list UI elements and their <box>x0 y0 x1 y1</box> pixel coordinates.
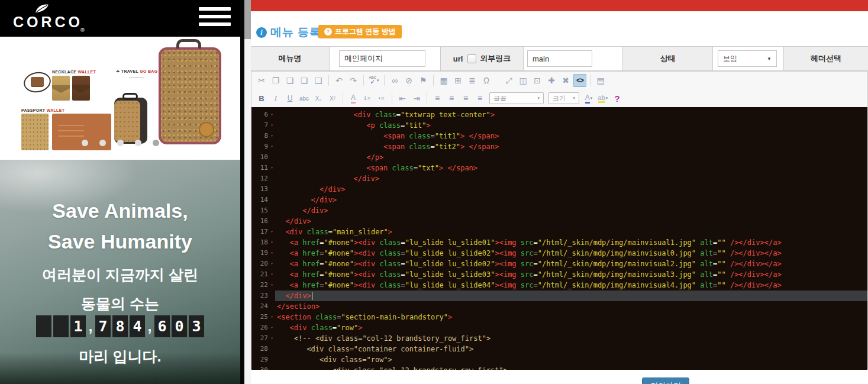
align-center-icon[interactable]: ≡ <box>445 92 458 105</box>
horizontal-rule-icon[interactable]: ≣ <box>466 74 479 87</box>
code-line[interactable]: 30<div class="col-12 brandstory_row_firs… <box>251 365 867 370</box>
code-line[interactable]: 12</div> <box>251 173 867 184</box>
fold-arrow-icon[interactable]: ▾ <box>269 141 275 152</box>
help-icon[interactable]: ? <box>611 92 624 105</box>
fold-arrow-icon[interactable]: ▾ <box>269 163 275 173</box>
fold-arrow-icon[interactable]: ▾ <box>269 312 275 322</box>
underline-icon[interactable]: U <box>283 92 296 105</box>
code-line[interactable]: 23</div> <box>251 291 867 301</box>
fold-arrow-icon[interactable]: ▾ <box>269 248 275 259</box>
brand-logo[interactable]: CORCO® <box>13 2 90 30</box>
code-line[interactable]: 18▾<a href="#none"><div class="lu_slide … <box>251 237 867 248</box>
spell-suggest-remove-icon[interactable]: ✖ <box>559 74 572 87</box>
print-icon[interactable]: ▤ <box>594 74 607 87</box>
code-line[interactable]: 13</div> <box>251 184 867 195</box>
code-line[interactable]: 27▾<!-- <div class="col-12 brandstory_ro… <box>251 333 867 344</box>
link-icon[interactable]: ∞ <box>388 74 401 87</box>
align-justify-icon[interactable]: ≡ <box>473 92 486 105</box>
slider-dot[interactable] <box>99 140 106 146</box>
numbered-list-icon[interactable]: 1≡ <box>361 92 374 105</box>
redo-icon[interactable]: ↷ <box>347 74 360 87</box>
code-line[interactable]: 9▾<span class="tit2"> </span> <box>251 141 867 152</box>
select-all-icon[interactable]: ⊡ <box>531 74 544 87</box>
external-link-checkbox[interactable] <box>467 54 476 63</box>
source-code-area[interactable]: 6▾<div class="txtwrap text-center">7▾<p … <box>251 107 867 370</box>
menu-name-input[interactable] <box>339 50 425 67</box>
code-text: <a href="#none"><div class="lu_slide lu_… <box>275 259 867 269</box>
image-icon[interactable]: ▦ <box>437 74 450 87</box>
fold-arrow-icon[interactable]: ▾ <box>269 259 275 269</box>
align-right-icon[interactable]: ≡ <box>459 92 472 105</box>
code-line[interactable]: 28<div class="container container-fluid"… <box>251 344 867 354</box>
fold-arrow-icon[interactable]: ▾ <box>269 120 275 131</box>
fold-arrow-icon[interactable]: ▾ <box>269 280 275 291</box>
code-line[interactable]: 20▾<a href="#none"><div class="lu_slide … <box>251 259 867 269</box>
indent-icon[interactable]: ⇥ <box>410 92 423 105</box>
code-line[interactable]: 17▾<div class="main_slider"> <box>251 227 867 237</box>
paste-plain-text-icon[interactable]: ❏ <box>298 74 311 87</box>
slider-dot[interactable] <box>117 140 124 146</box>
cut-icon[interactable]: ✂ <box>255 74 268 87</box>
code-line[interactable]: 10</p> <box>251 152 867 163</box>
program-link-help-button[interactable]: ? 프로그램 연동 방법 <box>318 25 402 38</box>
strikethrough-icon[interactable]: abc <box>298 92 311 105</box>
find-replace-icon[interactable]: ◫ <box>517 74 530 87</box>
fold-arrow-icon[interactable]: ▾ <box>269 109 275 120</box>
code-line[interactable]: 14</div> <box>251 195 867 205</box>
fold-arrow-icon[interactable]: ▾ <box>269 227 275 237</box>
anchor-icon[interactable]: ⚑ <box>417 74 430 87</box>
code-line[interactable]: 24</section> <box>251 301 867 312</box>
bulleted-list-icon[interactable]: •≡ <box>375 92 388 105</box>
unlink-icon[interactable]: ⊘ <box>402 74 415 87</box>
fold-arrow-icon[interactable]: ▾ <box>269 322 275 333</box>
status-select[interactable]: 보임 ▼ <box>718 50 777 67</box>
code-line[interactable]: 29<div class="row"> <box>251 354 867 365</box>
source-icon[interactable]: <> <box>573 74 586 87</box>
code-line[interactable]: 22▾<a href="#none"><div class="lu_slide … <box>251 280 867 291</box>
code-line[interactable]: 15</div> <box>251 205 867 216</box>
code-line[interactable]: 11▾<span class="txt"> </span> <box>251 163 867 173</box>
scrollbar-thumb[interactable] <box>244 0 251 39</box>
fold-arrow-icon[interactable]: ▾ <box>269 269 275 280</box>
hamburger-menu-icon[interactable] <box>199 7 231 26</box>
slider-dot[interactable] <box>135 140 141 146</box>
gutter: 24 <box>251 301 275 312</box>
save-button[interactable]: 저장하기 <box>642 377 689 384</box>
superscript-icon[interactable]: X² <box>326 92 339 105</box>
code-line[interactable]: 26▾<div class="row"> <box>251 322 867 333</box>
fold-arrow-icon[interactable]: ▾ <box>269 333 275 344</box>
code-line[interactable]: 19▾<a href="#none"><div class="lu_slide … <box>251 248 867 259</box>
code-line[interactable]: 6▾<div class="txtwrap text-center"> <box>251 109 867 120</box>
fold-arrow-icon[interactable]: ▾ <box>269 131 275 141</box>
code-line[interactable]: 7▾<p class="tit"> <box>251 120 867 131</box>
code-line[interactable]: 25▾<section class="section-main-brandsto… <box>251 312 867 322</box>
subscript-icon[interactable]: X₂ <box>312 92 325 105</box>
special-character-icon[interactable]: Ω <box>480 74 493 87</box>
paste-icon[interactable]: ❏ <box>283 74 296 87</box>
undo-icon[interactable]: ↶ <box>333 74 346 87</box>
spell-check-icon[interactable]: ABC✓▾ <box>367 74 380 87</box>
remove-format-icon[interactable]: A <box>347 92 360 105</box>
outdent-icon[interactable]: ⇤ <box>396 92 409 105</box>
slider-dot[interactable] <box>82 140 88 146</box>
highlight-color-icon[interactable]: ab▾ <box>596 92 609 105</box>
url-input[interactable] <box>527 50 592 67</box>
copy-icon[interactable]: ❐ <box>269 74 282 87</box>
preview-scrollbar[interactable] <box>244 0 251 384</box>
spell-suggest-add-icon[interactable]: ✚ <box>545 74 558 87</box>
line-number: 11 <box>255 163 268 173</box>
code-line[interactable]: 8▾<span class="tit1"> </span> <box>251 131 867 141</box>
bold-icon[interactable]: B <box>255 92 268 105</box>
text-color-icon[interactable]: A▾ <box>582 92 595 105</box>
align-left-icon[interactable]: ≡ <box>431 92 444 105</box>
code-line[interactable]: 21▾<a href="#none"><div class="lu_slide … <box>251 269 867 280</box>
font-family-select[interactable]: 글꼴▾ <box>489 92 544 104</box>
table-icon[interactable]: ⊞ <box>451 74 464 87</box>
italic-icon[interactable]: I <box>269 92 282 105</box>
paste-from-word-icon[interactable]: ❑ <box>312 74 325 87</box>
font-size-select[interactable]: 크기▾ <box>548 92 579 104</box>
maximize-icon[interactable]: ⤢ <box>502 74 515 87</box>
code-line[interactable]: 16</div> <box>251 216 867 227</box>
fold-arrow-icon[interactable]: ▾ <box>269 237 275 248</box>
slider-dot[interactable] <box>153 140 159 146</box>
